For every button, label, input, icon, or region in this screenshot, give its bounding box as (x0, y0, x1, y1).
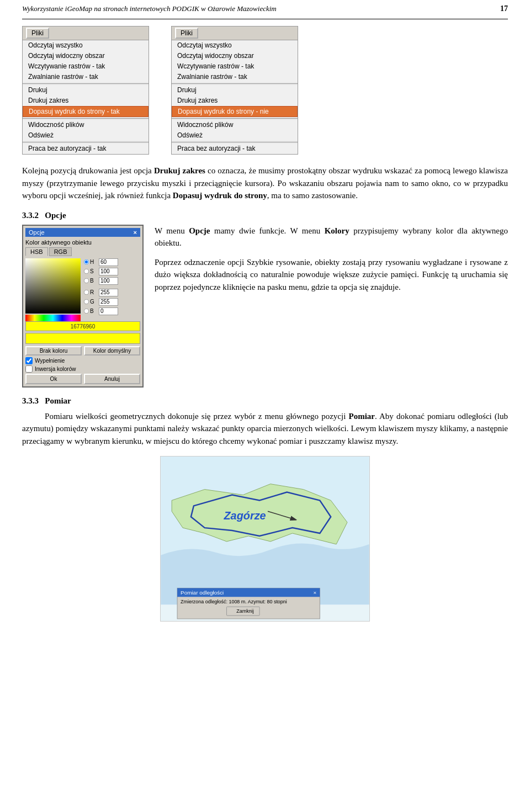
hex-value: 16776960 (71, 323, 96, 330)
radio-s[interactable] (84, 269, 89, 274)
menu-left-item-0[interactable]: Odczytaj wszystko (23, 40, 149, 51)
label-h: H (90, 259, 99, 265)
slider-s: S (83, 268, 140, 275)
menu-right: Pliki Odczytaj wszystko Odczytaj widoczn… (171, 26, 298, 155)
menu-left-title-btn[interactable]: Pliki (26, 28, 49, 39)
section332-intro: W menu Opcje mamy dwie funkcje. W menu K… (155, 225, 508, 250)
menu-left-item-2[interactable]: Wczytywanie rastrów - tak (23, 61, 149, 72)
menu-right-item-9[interactable]: Praca bez autoryzacji - tak (172, 144, 298, 154)
svg-text:Pomiar odległości: Pomiar odległości (181, 590, 224, 596)
slider-g: G (83, 298, 140, 306)
radio-r[interactable] (84, 290, 89, 295)
menu-right-item-0[interactable]: Odczytaj wszystko (172, 40, 298, 51)
menu-left-item-7[interactable]: Widoczność plików (23, 120, 149, 130)
menus-row: Pliki Odczytaj wszystko Odczytaj widoczn… (22, 26, 508, 155)
svg-text:Zagórze: Zagórze (224, 510, 266, 522)
label-r: R (90, 289, 99, 295)
menu-right-sep-2 (172, 118, 298, 119)
radio-b[interactable] (84, 278, 89, 283)
color-buttons-row: Brak koloru Kolor domyślny (25, 346, 140, 355)
menu-right-item-8[interactable]: Odśwież (172, 130, 298, 141)
color-picker-body: H S B R (25, 258, 140, 321)
menu-left-sep-1 (23, 83, 149, 84)
color-picker-title-label: Opcje (29, 229, 45, 236)
checkbox-fill[interactable] (25, 357, 33, 364)
menu-right-title-btn[interactable]: Pliki (175, 28, 198, 39)
menu-left-item-4[interactable]: Drukuj (23, 85, 149, 95)
color-picker-title: Opcje × (25, 228, 140, 237)
color-ok-cancel: Ok Anuluj (25, 374, 140, 384)
color-hex-box: 16776960 (25, 321, 140, 331)
color-section: Opcje × Kolor aktywnego obiektu HSB RGB (22, 225, 508, 388)
gradient-area[interactable] (25, 258, 81, 314)
menu-right-item-5[interactable]: Drukuj zakres (172, 95, 298, 106)
section-332-heading: 3.3.2 Opcje (22, 211, 508, 220)
bold-pomiar: Pomiar (348, 412, 374, 421)
label-g: G (90, 299, 99, 305)
radio-b2[interactable] (84, 309, 89, 314)
color-tab-hsb[interactable]: HSB (25, 247, 48, 256)
svg-text:×: × (313, 590, 316, 596)
menu-left-item-8[interactable]: Odśwież (23, 130, 149, 141)
input-r[interactable] (99, 289, 118, 296)
bold-opcje: Opcje (189, 226, 210, 235)
paragraph1: Kolejną pozycją drukowania jest opcja Dr… (22, 164, 508, 202)
header-title: Wykorzystanie iGeoMap na stronach intern… (22, 4, 277, 13)
slider-h: H (83, 258, 140, 266)
input-s[interactable] (99, 268, 118, 275)
menu-right-titlebar: Pliki (172, 26, 298, 40)
map-box: Zagórze Pomiar odległości × Zmierzona od… (160, 456, 370, 622)
checkbox-invert-row: Inwersja kolorów (25, 365, 140, 373)
menu-left-titlebar: Pliki (23, 26, 149, 40)
input-b2[interactable] (99, 307, 118, 315)
menu-right-item-1[interactable]: Odczytaj widoczny obszar (172, 51, 298, 61)
svg-text:Zmierzona odległość: 1008 m. A: Zmierzona odległość: 1008 m. Azymut: 80 … (181, 599, 287, 604)
menu-left: Pliki Odczytaj wszystko Odczytaj widoczn… (22, 26, 149, 155)
section333-text: Pomiaru wielkości geometrycznych dokonuj… (22, 410, 508, 448)
map-container: Zagórze Pomiar odległości × Zmierzona od… (22, 456, 508, 622)
color-sliders: H S B R (83, 258, 140, 321)
menu-right-item-3[interactable]: Zwalnianie rastrów - tak (172, 72, 298, 82)
color-swatch (25, 333, 140, 344)
cancel-button[interactable]: Anuluj (84, 374, 140, 384)
input-b[interactable] (99, 277, 118, 285)
slider-b: B (83, 277, 140, 285)
color-picker-tabs: HSB RGB (25, 247, 140, 256)
color-section-text: W menu Opcje mamy dwie funkcje. W menu K… (155, 225, 508, 300)
color-picker-dialog: Opcje × Kolor aktywnego obiektu HSB RGB (22, 225, 144, 388)
checkbox-invert[interactable] (25, 365, 33, 373)
map-svg: Zagórze Pomiar odległości × Zmierzona od… (161, 457, 369, 621)
btn-default-color[interactable]: Kolor domyślny (84, 346, 140, 355)
page: Wykorzystanie iGeoMap na stronach intern… (0, 0, 530, 644)
menu-left-sep-3 (23, 142, 149, 142)
checkbox-fill-label: Wypełnienie (35, 358, 65, 364)
btn-no-color[interactable]: Brak koloru (25, 346, 82, 355)
bold-dopasuj: Dopasuj wydruk do strony (173, 191, 267, 200)
color-description: Poprzez odznaczenie opcji Szybkie rysowa… (155, 256, 508, 294)
menu-right-item-7[interactable]: Widoczność plików (172, 120, 298, 130)
color-tab-rgb[interactable]: RGB (49, 247, 72, 256)
menu-left-item-1[interactable]: Odczytaj widoczny obszar (23, 51, 149, 61)
menu-left-sep-2 (23, 118, 149, 119)
menu-right-item-4[interactable]: Drukuj (172, 85, 298, 95)
ok-button[interactable]: Ok (25, 374, 82, 384)
bold-drukuj-zakres: Drukuj zakres (154, 166, 205, 175)
menu-left-item-5[interactable]: Drukuj zakres (23, 95, 149, 106)
radio-h[interactable] (84, 259, 89, 264)
slider-r: R (83, 289, 140, 296)
input-h[interactable] (99, 258, 118, 266)
page-number: 17 (500, 4, 508, 13)
input-g[interactable] (99, 298, 118, 306)
menu-right-sep-3 (172, 142, 298, 142)
checkbox-invert-label: Inwersja kolorów (35, 366, 76, 372)
page-header: Wykorzystanie iGeoMap na stronach intern… (22, 0, 508, 19)
menu-right-item-2[interactable]: Wczytywanie rastrów - tak (172, 61, 298, 72)
checkbox-fill-row: Wypełnienie (25, 357, 140, 364)
menu-left-item-9[interactable]: Praca bez autoryzacji - tak (23, 144, 149, 154)
menu-left-item-6[interactable]: Dopasuj wydruk do strony - tak (23, 106, 149, 117)
radio-g[interactable] (84, 299, 89, 304)
color-picker-close-icon[interactable]: × (134, 229, 137, 236)
menu-right-item-6[interactable]: Dopasuj wydruk do strony - nie (172, 106, 298, 117)
hue-strip[interactable] (25, 315, 81, 321)
menu-left-item-3[interactable]: Zwalnianie rastrów - tak (23, 72, 149, 82)
